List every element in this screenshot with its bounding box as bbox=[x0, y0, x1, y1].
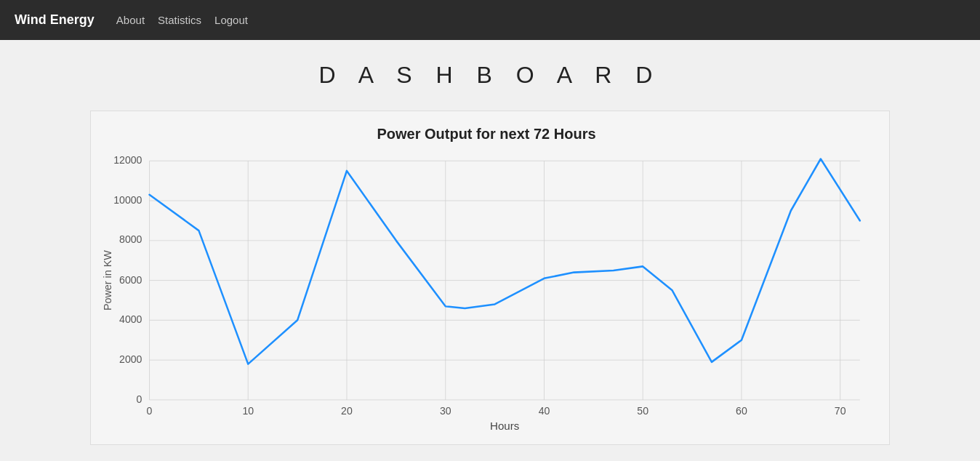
svg-text:6000: 6000 bbox=[119, 274, 142, 286]
chart-area: 0 2000 4000 6000 8000 10000 12000 0 10 2… bbox=[98, 153, 875, 430]
svg-text:60: 60 bbox=[736, 405, 747, 417]
svg-text:40: 40 bbox=[539, 405, 550, 417]
brand-logo: Wind Energy bbox=[15, 12, 95, 28]
page-title: D A S H B O A R D bbox=[15, 62, 965, 89]
power-line bbox=[150, 159, 860, 364]
svg-text:10: 10 bbox=[242, 405, 254, 417]
about-link[interactable]: About bbox=[116, 14, 145, 26]
svg-text:12000: 12000 bbox=[113, 154, 142, 166]
chart-container: Power Output for next 72 Hours bbox=[90, 111, 890, 445]
svg-text:30: 30 bbox=[440, 405, 451, 417]
navbar: Wind Energy About Statistics Logout bbox=[0, 0, 980, 40]
svg-text:0: 0 bbox=[147, 405, 153, 417]
svg-text:2000: 2000 bbox=[119, 353, 142, 364]
svg-text:20: 20 bbox=[341, 405, 353, 417]
statistics-link[interactable]: Statistics bbox=[158, 14, 201, 26]
svg-text:8000: 8000 bbox=[119, 233, 142, 245]
page-content: D A S H B O A R D Power Output for next … bbox=[0, 40, 980, 461]
chart-svg: 0 2000 4000 6000 8000 10000 12000 0 10 2… bbox=[98, 153, 875, 430]
svg-text:Hours: Hours bbox=[490, 420, 520, 430]
chart-title: Power Output for next 72 Hours bbox=[98, 126, 875, 143]
svg-text:50: 50 bbox=[637, 405, 648, 417]
svg-text:Power in KW: Power in KW bbox=[102, 250, 113, 311]
svg-text:4000: 4000 bbox=[119, 313, 142, 325]
svg-text:70: 70 bbox=[835, 405, 846, 417]
logout-link[interactable]: Logout bbox=[214, 14, 248, 26]
svg-text:0: 0 bbox=[137, 393, 142, 405]
svg-text:10000: 10000 bbox=[113, 194, 142, 206]
